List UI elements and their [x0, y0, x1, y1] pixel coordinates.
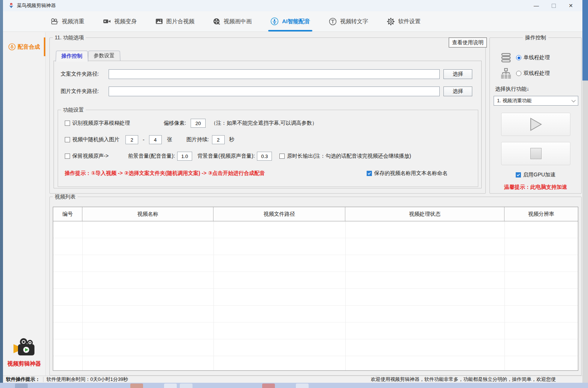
nav-label: AI智能配音 [282, 18, 310, 25]
taskbar-icon[interactable] [130, 384, 143, 388]
checkbox-icon [279, 154, 285, 159]
app-logo-block: 视频剪辑神器 [3, 337, 45, 367]
taskbar-icon[interactable] [15, 384, 28, 388]
column-header-path[interactable]: 视频文件路径 [213, 207, 345, 221]
column-header-name[interactable]: 视频名称 [82, 207, 213, 221]
window-title: 菜鸟视频剪辑神器 [17, 2, 56, 9]
image-duration-input[interactable] [212, 135, 225, 144]
sidebar-item-dubbing[interactable]: 配音合成 [3, 37, 45, 56]
insert-max-input[interactable] [149, 135, 162, 144]
nav-item-video-to-text[interactable]: 视频转文字 [324, 11, 373, 31]
app-window: 菜鸟视频剪辑神器 — ✕ 视频消重 视频变身 [3, 0, 582, 383]
nav-label: 视频转文字 [340, 18, 368, 25]
active-accent-bar [44, 37, 45, 56]
tab-parameter-settings[interactable]: 参数设置 [88, 51, 120, 61]
video-table[interactable]: 编号 视频名称 视频文件路径 视频处理状态 视频分辨率 [53, 207, 578, 371]
main-nav: 视频消重 视频变身 图片合视频 [3, 11, 582, 32]
function-settings-group: 功能设置 识别视频原字幕模糊处理 偏移像素: （注：如果不能完全遮挡字幕,可以调… [58, 110, 478, 187]
background-window-strip [582, 0, 588, 383]
sidebar: 配音合成 视频剪辑神器 [3, 32, 46, 376]
microphone-icon [8, 43, 16, 51]
foreground-volume-input[interactable] [177, 152, 192, 161]
image-folder-input[interactable] [109, 87, 440, 96]
background-volume-input[interactable] [257, 152, 272, 161]
taskbar-icon[interactable] [164, 384, 177, 388]
image-folder-select-button[interactable]: 选择 [443, 87, 472, 96]
column-header-status[interactable]: 视频处理状态 [345, 207, 504, 221]
video-list-group: 视频列表 编号 视频名称 视频文件路径 视频处理状态 视频分辨率 [49, 197, 582, 376]
taskbar[interactable] [0, 383, 588, 388]
status-bar: 软件操作提示： 软件使用剩余时间：0天0小时1分39秒 欢迎使用视频剪辑神器，软… [3, 376, 582, 383]
tip-row: 操作提示：①导入视频 -> ②选择文案文件夹(随机调用文案) -> ③点击开始进… [65, 169, 474, 178]
image-folder-label: 图片文件夹路径: [61, 88, 109, 95]
microphone-icon [270, 17, 279, 25]
keep-audio-row: 保留视频原声-> 前景音量(配音音量): 背景音量(视频原声音量): 原时长输出… [65, 151, 474, 161]
select-function-label: 选择执行功能↓ [495, 86, 529, 93]
gear-icon [387, 18, 395, 25]
table-body [53, 221, 578, 370]
nav-item-video-transform[interactable]: 视频变身 [98, 11, 142, 31]
checkbox-checked-icon [516, 172, 521, 178]
status-label: 软件操作提示： [3, 376, 43, 383]
taskbar-icon[interactable] [180, 384, 193, 388]
stop-button[interactable] [501, 142, 570, 165]
nav-item-picture-in-picture[interactable]: 视频画中画 [208, 11, 257, 31]
gpu-acceleration-checkbox[interactable]: 启用GPU加速 [516, 172, 555, 178]
nav-item-ai-dubbing[interactable]: AI智能配音 [265, 11, 315, 31]
checkbox-icon [65, 154, 70, 159]
tab-page: 文案文件夹路径: 选择 图片文件夹路径: 选择 功能设置 识别视频原字幕模糊处理… [54, 61, 482, 188]
logo-text: 视频剪辑神器 [3, 360, 45, 367]
view-instructions-button[interactable]: 查看使用说明 [449, 37, 487, 48]
radio-icon [516, 71, 521, 76]
minimize-button[interactable]: — [528, 0, 545, 11]
maximize-button[interactable] [545, 0, 562, 11]
copywriting-folder-select-button[interactable]: 选择 [443, 69, 472, 79]
tab-operation-control[interactable]: 操作控制 [55, 51, 88, 61]
table-header: 编号 视频名称 视频文件路径 视频处理状态 视频分辨率 [53, 207, 578, 221]
unit-label: 张 [167, 136, 172, 143]
dual-thread-radio[interactable]: 双线程处理 [516, 70, 550, 77]
titlebar[interactable]: 菜鸟视频剪辑神器 — ✕ [3, 0, 582, 11]
seconds-label: 秒 [229, 136, 234, 143]
nav-item-settings[interactable]: 软件设置 [382, 11, 426, 31]
app-logo-icon [8, 3, 14, 9]
text-t-icon [329, 18, 337, 25]
film-reel-icon [213, 18, 220, 25]
chevron-down-icon [572, 98, 576, 102]
single-thread-radio[interactable]: 单线程处理 [516, 54, 550, 61]
insert-image-checkbox[interactable]: 视频中随机插入图片 [65, 136, 119, 143]
single-thread-row: 单线程处理 [500, 52, 550, 63]
panel-title: 操作控制 [523, 34, 548, 41]
movie-camera-icon [50, 18, 58, 25]
desktop-edge [0, 0, 3, 388]
copywriting-folder-input[interactable] [109, 69, 440, 79]
subtitle-blur-checkbox[interactable]: 识别视频原字幕模糊处理 [65, 120, 130, 127]
nav-item-video-dedupe[interactable]: 视频消重 [45, 11, 90, 31]
function-dropdown[interactable]: 1. 视频消重功能 [494, 96, 578, 106]
close-button[interactable]: ✕ [562, 0, 579, 11]
taskbar-icon[interactable] [262, 384, 275, 388]
image-icon [155, 18, 163, 24]
save-name-checkbox[interactable]: 保存的视频名称用文本名称命名 [367, 170, 448, 177]
offset-pixel-input[interactable] [191, 119, 206, 128]
start-button[interactable] [501, 113, 570, 136]
keep-original-audio-checkbox[interactable]: 保留视频原声-> [65, 153, 109, 160]
dual-thread-row: 双线程处理 [500, 68, 550, 79]
insert-min-input[interactable] [125, 135, 138, 144]
remaining-time-text: 软件使用剩余时间：0天0小时1分39秒 [46, 376, 128, 383]
taskbar-icon[interactable] [296, 384, 309, 388]
column-header-resolution[interactable]: 视频分辨率 [504, 207, 578, 221]
original-duration-checkbox[interactable]: 原时长输出(注：勾选的话配音读完视频还会继续播放) [279, 153, 411, 160]
stop-icon [530, 148, 542, 159]
nav-item-image-to-video[interactable]: 图片合视频 [150, 11, 200, 31]
camera-logo-icon [13, 337, 36, 357]
nav-label: 视频消重 [62, 18, 84, 25]
copywriting-folder-row: 文案文件夹路径: 选择 [61, 69, 472, 79]
column-header-number[interactable]: 编号 [53, 207, 82, 221]
tab-strip: 操作控制 参数设置 [56, 51, 120, 61]
offset-pixel-label: 偏移像素: [164, 120, 186, 127]
insert-image-row: 视频中随机插入图片 - 张 图片持续: 秒 [65, 135, 474, 145]
dual-thread-icon [500, 68, 512, 79]
nav-label: 视频变身 [114, 18, 137, 25]
gpu-row: 启用GPU加速 [490, 172, 581, 178]
